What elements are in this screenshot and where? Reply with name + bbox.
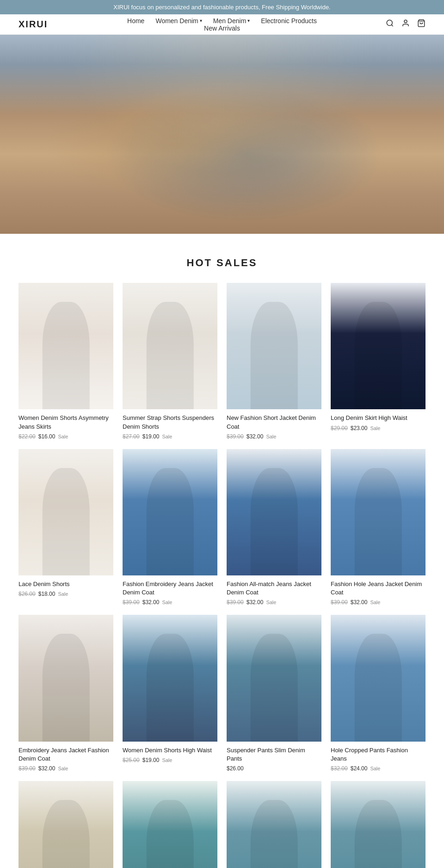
product-name: Lace Denim Shorts	[18, 580, 113, 588]
product-name: Women Denim Shorts High Waist	[123, 746, 217, 755]
product-card[interactable]: Fashion Embroidery Jeans Jacket Denim Co…	[123, 449, 217, 606]
sale-price: $19.00	[142, 757, 160, 763]
price: $26.00	[227, 765, 244, 772]
hot-sales-section: HOT SALES Women Denim Shorts Asymmetry J…	[0, 257, 444, 868]
sale-price: $32.00	[247, 599, 264, 606]
product-image	[227, 283, 321, 409]
sale-price: $23.00	[351, 425, 368, 431]
nav-new-arrivals[interactable]: New Arrivals	[204, 25, 240, 32]
product-image	[331, 283, 426, 409]
product-card[interactable]: Summer Strap Shorts Suspenders Denim Sho…	[123, 283, 217, 440]
sale-price: $32.00	[247, 433, 264, 440]
original-price: $27.00	[123, 433, 140, 440]
original-price: $32.00	[331, 765, 348, 772]
product-card[interactable]: Embroidery Jeans Jacket Fashion Denim Co…	[18, 615, 113, 772]
product-image	[227, 615, 321, 741]
product-pricing: $32.00$24.00Sale	[331, 765, 426, 772]
user-icon[interactable]	[401, 19, 410, 30]
sale-price: $16.00	[38, 433, 56, 440]
sale-badge: Sale	[162, 757, 172, 763]
sale-badge: Sale	[58, 434, 68, 439]
chevron-down-icon: ▾	[247, 18, 250, 23]
product-grid: Women Denim Shorts Asymmetry Jeans Skirt…	[0, 283, 444, 868]
product-pricing: $25.00$19.00Sale	[123, 757, 217, 763]
product-name: Suspender Pants Slim Denim Pants	[227, 746, 321, 763]
product-pricing: $26.00	[227, 765, 321, 772]
sale-price: $19.00	[142, 433, 160, 440]
banner-text: XIRUI focus on personalized and fashiona…	[113, 4, 330, 11]
product-image	[123, 283, 217, 409]
product-image	[18, 283, 113, 409]
main-nav: Home Women Denim ▾ Men Denim ▾ Electroni…	[127, 17, 317, 32]
product-image	[123, 449, 217, 575]
search-icon[interactable]	[386, 19, 394, 30]
original-price: $39.00	[123, 599, 140, 606]
product-card[interactable]: Fashion All-match Jeans Jacket Denim Coa…	[227, 449, 321, 606]
product-pricing: $27.00$19.00Sale	[123, 433, 217, 440]
product-card[interactable]: New Fashion Short Jacket Denim Coat$39.0…	[227, 283, 321, 440]
product-name: Women Denim Shorts Asymmetry Jeans Skirt…	[18, 414, 113, 431]
original-price: $39.00	[331, 599, 348, 606]
sale-badge: Sale	[162, 599, 172, 605]
product-name: Long Denim Skirt High Waist	[331, 414, 426, 422]
nav-home[interactable]: Home	[127, 17, 144, 25]
product-image	[18, 449, 113, 575]
product-card[interactable]: Fashion Cropped Pants Denim Pants$32.00$…	[18, 781, 113, 868]
original-price: $39.00	[18, 765, 36, 772]
svg-line-1	[391, 25, 393, 26]
top-banner: XIRUI focus on personalized and fashiona…	[0, 0, 444, 14]
product-pricing: $22.00$16.00Sale	[18, 433, 113, 440]
product-image	[123, 781, 217, 868]
product-card[interactable]: Summer Denim Skirts$26.00$19.00Sale	[331, 781, 426, 868]
product-pricing: $26.00$18.00Sale	[18, 591, 113, 597]
original-price: $39.00	[227, 433, 244, 440]
product-pricing: $39.00$32.00Sale	[227, 433, 321, 440]
header-icons	[386, 19, 426, 30]
nav-electronic-products[interactable]: Electronic Products	[261, 17, 317, 25]
product-pricing: $39.00$32.00Sale	[123, 599, 217, 606]
sale-badge: Sale	[58, 766, 68, 771]
product-card[interactable]: Summer Fashion Denim Shorts A-line Skirt…	[123, 781, 217, 868]
product-name: New Fashion Short Jacket Denim Coat	[227, 414, 321, 431]
sale-price: $32.00	[38, 765, 56, 772]
sale-badge: Sale	[58, 591, 68, 597]
cart-icon[interactable]	[417, 19, 426, 30]
product-name: Embroidery Jeans Jacket Fashion Denim Co…	[18, 746, 113, 763]
nav-row-1: Home Women Denim ▾ Men Denim ▾ Electroni…	[127, 17, 317, 25]
product-card[interactable]: Hole Cropped Pants Fashion Jeans$32.00$2…	[331, 615, 426, 772]
product-card[interactable]: Lace Denim Shorts$26.00$18.00Sale	[18, 449, 113, 606]
chevron-down-icon: ▾	[200, 18, 202, 23]
product-card[interactable]: Long Denim Skirt High Waist$29.00$23.00S…	[331, 283, 426, 440]
logo[interactable]: XIRUI	[18, 19, 48, 30]
product-name: Fashion All-match Jeans Jacket Denim Coa…	[227, 580, 321, 597]
original-price: $39.00	[227, 599, 244, 606]
nav-men-denim[interactable]: Men Denim ▾	[213, 17, 250, 25]
nav-women-denim[interactable]: Women Denim ▾	[155, 17, 202, 25]
product-card[interactable]: Women Denim Shorts Asymmetry Jeans Skirt…	[18, 283, 113, 440]
sale-price: $32.00	[142, 599, 160, 606]
hero-banner	[0, 35, 444, 234]
original-price: $25.00	[123, 757, 140, 763]
product-pricing: $39.00$32.00Sale	[18, 765, 113, 772]
sale-price: $18.00	[38, 591, 56, 597]
sale-badge: Sale	[370, 599, 380, 605]
product-card[interactable]: Women Denim Shorts High Waist$25.00$19.0…	[123, 615, 217, 772]
nav-row-2: New Arrivals	[204, 25, 240, 32]
product-image	[227, 781, 321, 868]
hero-image	[0, 35, 444, 234]
svg-point-0	[387, 20, 392, 25]
original-price: $22.00	[18, 433, 36, 440]
product-image	[18, 781, 113, 868]
product-card[interactable]: Fashion Hole Jeans Jacket Denim Coat$39.…	[331, 449, 426, 606]
product-image	[123, 615, 217, 741]
product-name: Hole Cropped Pants Fashion Jeans	[331, 746, 426, 763]
sale-price: $32.00	[351, 599, 368, 606]
sale-badge: Sale	[370, 425, 380, 431]
product-image	[331, 615, 426, 741]
product-image	[331, 449, 426, 575]
sale-badge: Sale	[266, 599, 276, 605]
product-card[interactable]: Suspender Pants Slim Denim Pants$26.00	[227, 615, 321, 772]
product-pricing: $39.00$32.00Sale	[331, 599, 426, 606]
svg-point-2	[404, 20, 407, 23]
product-card[interactable]: Summer Denim Skirts$26.00$19.00Sale	[227, 781, 321, 868]
